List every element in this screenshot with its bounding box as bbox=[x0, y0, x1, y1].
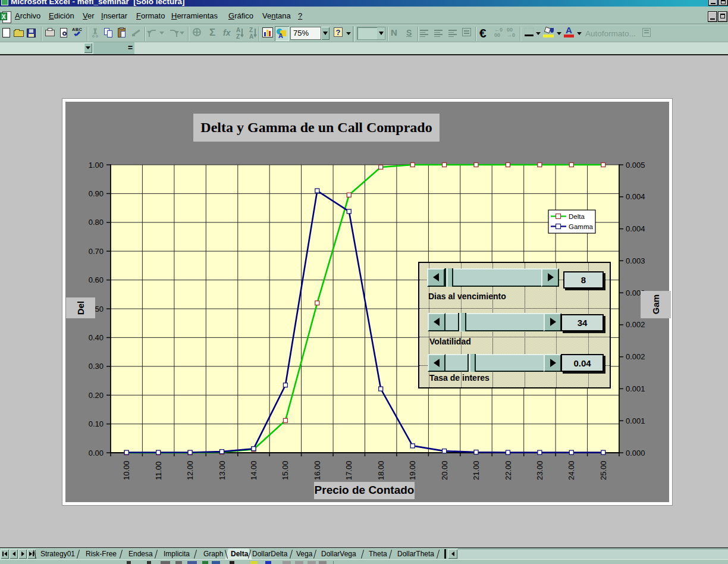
svg-text:10.00: 10.00 bbox=[122, 460, 131, 480]
svg-text:13.00: 13.00 bbox=[218, 460, 227, 480]
svg-text:0.60: 0.60 bbox=[89, 275, 103, 284]
svg-text:Delta: Delta bbox=[569, 213, 585, 220]
svg-text:0.004: 0.004 bbox=[626, 192, 645, 201]
svg-text:0.80: 0.80 bbox=[89, 218, 103, 227]
svg-text:19.00: 19.00 bbox=[408, 460, 417, 480]
svg-text:21.00: 21.00 bbox=[472, 460, 481, 480]
svg-text:0.001: 0.001 bbox=[626, 384, 645, 393]
svg-text:24.00: 24.00 bbox=[567, 460, 576, 480]
svg-text:0.004: 0.004 bbox=[626, 224, 645, 233]
svg-text:17.00: 17.00 bbox=[344, 460, 353, 480]
svg-text:0.10: 0.10 bbox=[89, 419, 103, 428]
svg-text:12.00: 12.00 bbox=[186, 460, 194, 480]
svg-text:23.00: 23.00 bbox=[535, 460, 544, 480]
svg-text:0.70: 0.70 bbox=[89, 247, 103, 256]
svg-text:0.002: 0.002 bbox=[626, 352, 645, 361]
svg-text:0.002: 0.002 bbox=[626, 320, 645, 329]
svg-text:Gamma: Gamma bbox=[569, 223, 594, 230]
svg-text:20.00: 20.00 bbox=[440, 460, 449, 480]
svg-text:0.20: 0.20 bbox=[89, 391, 103, 400]
svg-text:18.00: 18.00 bbox=[376, 460, 385, 480]
svg-text:14.00: 14.00 bbox=[249, 460, 258, 480]
svg-text:11.00: 11.00 bbox=[154, 461, 163, 480]
svg-text:25.00: 25.00 bbox=[599, 460, 608, 480]
svg-text:1.00: 1.00 bbox=[89, 161, 103, 170]
svg-text:0.40: 0.40 bbox=[89, 333, 103, 342]
svg-text:0.90: 0.90 bbox=[89, 189, 103, 198]
svg-text:0.003: 0.003 bbox=[626, 256, 645, 265]
svg-text:0.00: 0.00 bbox=[89, 449, 103, 458]
svg-text:0.005: 0.005 bbox=[626, 161, 645, 170]
svg-text:0.001: 0.001 bbox=[626, 416, 645, 425]
svg-text:15.00: 15.00 bbox=[281, 460, 290, 480]
svg-text:16.00: 16.00 bbox=[313, 460, 322, 480]
svg-text:22.00: 22.00 bbox=[504, 460, 513, 480]
svg-text:0.000: 0.000 bbox=[626, 449, 645, 458]
svg-text:0.30: 0.30 bbox=[89, 362, 103, 371]
